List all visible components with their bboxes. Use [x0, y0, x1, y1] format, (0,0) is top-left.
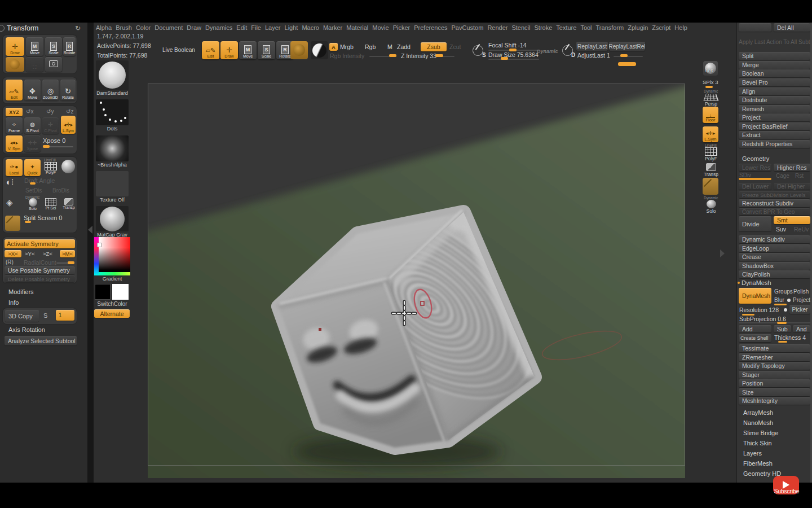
suv-button[interactable]: Suv — [776, 226, 786, 233]
action-bevel-pro[interactable]: Bevel Pro — [739, 78, 810, 86]
menu-item-layer[interactable]: Layer — [265, 24, 281, 32]
edit-button[interactable]: ▱✎Edit — [6, 80, 23, 100]
replay-last-button[interactable]: ReplayLast — [576, 42, 608, 51]
modify-topology-button[interactable]: Modify Topology — [739, 362, 810, 370]
menu-item-document[interactable]: Document — [155, 24, 183, 32]
spix-slider[interactable] — [705, 86, 713, 88]
layers-section[interactable]: Layers — [743, 450, 762, 457]
frame-button[interactable]: ⁘Frame — [6, 117, 23, 134]
fibermesh-section[interactable]: FiberMesh — [743, 460, 773, 467]
arraymesh-section[interactable]: ArrayMesh — [743, 409, 773, 416]
camera-button[interactable] — [45, 57, 62, 72]
zsub-button[interactable]: Zsub — [421, 42, 447, 51]
texture-thumbnail[interactable] — [96, 171, 129, 196]
zremesher-button[interactable]: ZRemesher — [739, 353, 810, 361]
ptsel-button[interactable]: Pt Sel — [43, 198, 59, 213]
material-preview-button[interactable] — [6, 57, 24, 72]
geometry-section-title[interactable]: Geometry — [742, 155, 769, 162]
z-intensity-handle[interactable] — [435, 54, 443, 57]
action-distribute[interactable]: Distribute — [739, 96, 810, 104]
rst-button[interactable]: Rst — [795, 173, 804, 179]
m-button[interactable]: M — [387, 43, 392, 50]
transp-button[interactable]: Transp — [61, 198, 77, 213]
delete-posable-button[interactable]: Delete Posable Symmetry — [5, 275, 75, 282]
add-button[interactable]: Add — [739, 325, 771, 332]
menu-item-picker[interactable]: Picker — [393, 24, 411, 32]
draw-size-handle[interactable] — [501, 57, 508, 60]
draft-angle-handle[interactable] — [30, 182, 36, 185]
dynamesh-button[interactable]: DynaMesh — [739, 288, 771, 304]
draw-size-slider[interactable] — [488, 59, 539, 60]
alternate-button[interactable]: Alternate — [94, 309, 130, 318]
slimebridge-section[interactable]: Slime Bridge — [743, 430, 778, 436]
mrgb-button[interactable]: Mrgb — [340, 43, 354, 50]
floor-button[interactable]: ↓Floor — [703, 107, 718, 123]
position-button[interactable]: Position — [739, 379, 810, 387]
del-lower-button[interactable]: Del Lower — [739, 183, 771, 190]
a-chip[interactable]: A — [329, 43, 338, 51]
modifiers-section-label[interactable]: Modifiers — [8, 288, 34, 295]
action-project-basrelief[interactable]: Project BasRelief — [739, 122, 810, 130]
right-collapse-arrow[interactable] — [720, 249, 725, 257]
color-picker[interactable] — [94, 237, 130, 275]
sdiv-slider[interactable] — [739, 178, 771, 180]
zadd-button[interactable]: Zadd — [397, 43, 411, 50]
action-remesh[interactable]: Remesh — [739, 105, 810, 113]
action-align[interactable]: Align — [739, 87, 810, 95]
sub-button[interactable]: Sub — [774, 325, 791, 332]
alpha-thumbnail[interactable] — [96, 135, 129, 161]
bpr-button[interactable]: BPR — [703, 61, 718, 76]
contrast-icon[interactable]: ◐⁞ — [6, 178, 14, 186]
gyro-x-icon[interactable]: ↺x — [26, 108, 33, 116]
stroke-thumbnail[interactable] — [96, 99, 129, 125]
convert-bpr-button[interactable]: Convert BPR To Geo — [739, 208, 810, 215]
dynamesh-header[interactable]: DynaMesh — [742, 279, 771, 286]
scale-tool-button[interactable]: SScale — [258, 41, 275, 59]
menu-item-draw[interactable]: Draw — [187, 24, 201, 32]
axis-rotation-label[interactable]: Axis Rotation — [8, 326, 45, 333]
blur-dot[interactable] — [787, 299, 791, 302]
thickness-handle[interactable] — [778, 341, 787, 343]
thickskin-section[interactable]: Thick Skin — [743, 440, 772, 446]
vsym-button[interactable]: ◂●▸V. Sym — [6, 135, 23, 152]
delete-button-partial[interactable] — [739, 23, 771, 32]
del-all-button[interactable]: Del All — [774, 23, 810, 32]
ghost-button[interactable] — [5, 216, 20, 231]
radialcount-handle[interactable] — [68, 261, 74, 264]
menu-item-light[interactable]: Light — [285, 24, 298, 32]
spivot-button[interactable]: ◍S.Pivot — [24, 117, 41, 134]
sym-m-button[interactable]: >M< — [60, 250, 75, 257]
adjust-last-handle[interactable] — [620, 54, 628, 57]
sym-z-button[interactable]: >Z< — [43, 251, 52, 257]
action-boolean[interactable]: Boolean — [739, 69, 810, 77]
project-button[interactable]: Project — [793, 297, 810, 303]
menu-item-color[interactable]: Color — [136, 24, 151, 32]
spix-label[interactable]: SPix 3 — [703, 79, 718, 85]
action-extract[interactable]: Extract — [739, 131, 810, 139]
menu-item-alpha[interactable]: Alpha — [96, 24, 112, 32]
copy3d-button[interactable]: 3D Copy — [5, 310, 39, 322]
menu-item-file[interactable]: File — [251, 24, 261, 32]
move-button[interactable]: MMove — [26, 37, 43, 56]
higher-res-button[interactable]: Higher Res — [774, 164, 810, 171]
menu-item-edit[interactable]: Edit — [236, 24, 247, 32]
xyz-button[interactable]: XYZ — [6, 108, 23, 116]
draw-tool-button[interactable]: ✛Draw — [220, 41, 238, 59]
menu-item-help[interactable]: Help — [674, 24, 687, 32]
divide-button[interactable]: Divide — [739, 216, 771, 231]
subprojection-slider[interactable] — [739, 322, 810, 323]
sym-x-button[interactable]: >X< — [5, 250, 21, 257]
draw-size-label[interactable]: Draw Size 75.6364 — [488, 51, 539, 58]
preview-sphere-icon[interactable] — [61, 160, 75, 173]
rgb-intensity-handle[interactable] — [389, 54, 396, 57]
adjust-last-label[interactable]: AdjustLast 1 — [577, 52, 610, 59]
menu-item-stroke[interactable]: Stroke — [535, 24, 553, 32]
tessimate-button[interactable]: Tessimate — [739, 344, 810, 352]
xpose-button[interactable]: ✢✢Xpose — [24, 135, 41, 152]
nanomesh-section[interactable]: NanoMesh — [743, 419, 773, 426]
focal-shift-label[interactable]: Focal Shift -14 — [488, 42, 527, 49]
disabled-tool-button[interactable]: ⛶ — [26, 57, 43, 72]
meshintegrity-button[interactable]: MeshIntegrity — [739, 397, 810, 405]
matcap-thumbnail[interactable] — [96, 206, 129, 231]
action-split[interactable]: Split — [739, 52, 810, 60]
